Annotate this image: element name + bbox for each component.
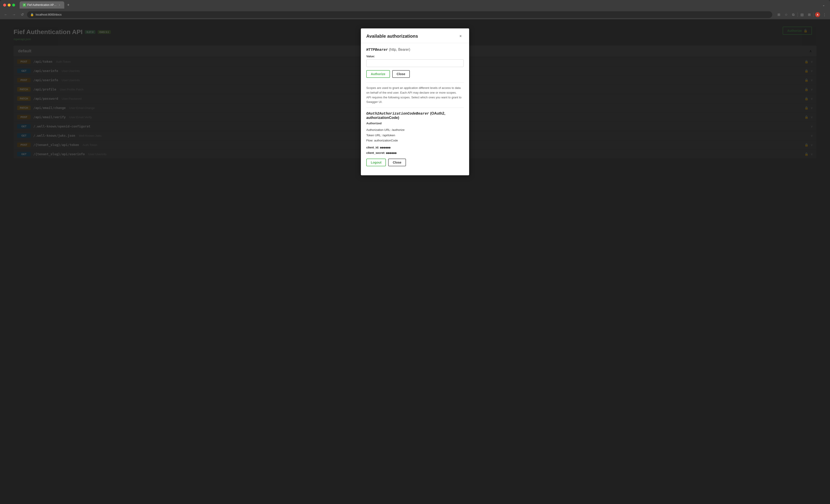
oauth2-section: OAuth2AuthorizationCodeBearer (OAuth2, a…	[366, 112, 464, 166]
modal-title: Available authorizations	[366, 34, 418, 39]
http-bearer-title: HTTPBearer (http, Bearer)	[366, 48, 464, 52]
maximize-window-button[interactable]	[12, 4, 15, 6]
flow-value: authorizationCode	[374, 139, 398, 142]
tab-bar: F Fief Authentication API - Swa × +	[20, 1, 818, 8]
tab-controls-right: ⌄	[821, 2, 827, 8]
oauth2-scheme-name: OAuth2AuthorizationCodeBearer	[366, 112, 429, 116]
address-url-text: localhost:8000/docs	[36, 13, 62, 16]
page-content: Fief Authentication API 0.27.0 OAS 3.1 /…	[0, 20, 830, 504]
auth-url-value: /authorize	[392, 128, 405, 131]
http-bearer-close-button[interactable]: Close	[392, 70, 410, 78]
address-lock-icon: 🔒	[30, 13, 34, 16]
tab-favicon-icon: F	[23, 3, 26, 6]
client-id-label: client_id:	[366, 146, 379, 149]
authorized-label: Authorized	[366, 122, 464, 125]
profile-avatar[interactable]: A	[815, 12, 820, 17]
reader-icon[interactable]: ⊞	[776, 12, 782, 18]
browser-titlebar: F Fief Authentication API - Swa × + ⌄	[0, 0, 830, 10]
flow-row: Flow: authorizationCode	[366, 138, 464, 143]
sidebar-icon[interactable]: ⊞	[806, 12, 812, 18]
scopes-info-line2: API requires the following scopes. Selec…	[366, 95, 464, 105]
client-secret-value: ●●●●●●	[386, 151, 396, 155]
browser-window: F Fief Authentication API - Swa × + ⌄ ← …	[0, 0, 830, 504]
http-bearer-scheme-type: (http, Bearer)	[389, 48, 410, 52]
address-bar[interactable]: 🔒 localhost:8000/docs	[27, 11, 772, 18]
client-secret-label: client_secret:	[366, 151, 385, 155]
http-bearer-authorize-button[interactable]: Authorize	[366, 70, 390, 78]
modal-overlay: Available authorizations × HTTPBearer (h…	[0, 20, 830, 504]
oauth-details: Authorization URL: /authorize Token URL:…	[366, 127, 464, 143]
http-bearer-scheme-name: HTTPBearer	[366, 48, 388, 52]
tab-close-button[interactable]: ×	[58, 3, 61, 6]
modal-header: Available authorizations ×	[361, 28, 469, 43]
flow-label: Flow:	[366, 139, 373, 142]
scopes-info-line1: Scopes are used to grant an application …	[366, 86, 464, 95]
address-bar-row: ← → ↺ 🔒 localhost:8000/docs ⊞ ☆ ⧉ ▤ ⊞ A …	[0, 10, 830, 20]
profile-initial: A	[817, 13, 819, 16]
value-field-label: Value:	[366, 55, 464, 58]
http-bearer-btn-row: Authorize Close	[366, 70, 464, 78]
client-id-value: ●●●●●●	[380, 146, 391, 149]
new-tab-button[interactable]: +	[65, 2, 71, 8]
client-secret-row: client_secret: ●●●●●●	[366, 150, 464, 155]
oauth2-logout-button[interactable]: Logout	[366, 159, 386, 166]
modal-close-button[interactable]: ×	[457, 33, 464, 39]
split-view-icon[interactable]: ▤	[799, 12, 805, 18]
collections-icon[interactable]: ⧉	[790, 12, 796, 18]
tab-title: Fief Authentication API - Swa	[27, 3, 57, 6]
menu-button[interactable]: ⋮	[822, 12, 827, 18]
back-button[interactable]: ←	[3, 11, 9, 18]
auth-url-row: Authorization URL: /authorize	[366, 127, 464, 132]
client-id-row: client_id: ●●●●●●	[366, 145, 464, 150]
refresh-button[interactable]: ↺	[19, 11, 25, 18]
oauth2-btn-row: Logout Close	[366, 159, 464, 166]
bearer-value-input[interactable]	[366, 59, 464, 67]
toolbar-right: ⊞ ☆ ⧉ ▤ ⊞ A ⋮	[776, 12, 827, 18]
auth-url-label: Authorization URL:	[366, 128, 391, 131]
active-tab[interactable]: F Fief Authentication API - Swa ×	[20, 1, 64, 8]
minimize-window-button[interactable]	[8, 4, 10, 6]
close-window-button[interactable]	[3, 4, 6, 6]
traffic-lights	[3, 4, 15, 6]
favorites-icon[interactable]: ☆	[783, 12, 789, 18]
token-url-label: Token URL:	[366, 133, 382, 137]
forward-button[interactable]: →	[11, 11, 17, 18]
oauth2-close-button[interactable]: Close	[388, 159, 406, 166]
available-authorizations-modal: Available authorizations × HTTPBearer (h…	[361, 28, 469, 175]
oauth2-title: OAuth2AuthorizationCodeBearer (OAuth2, a…	[366, 112, 464, 120]
scopes-info: Scopes are used to grant an application …	[366, 82, 464, 108]
token-url-row: Token URL: /api/token	[366, 133, 464, 138]
tabs-chevron-icon[interactable]: ⌄	[821, 2, 827, 8]
oauth-credentials: client_id: ●●●●●● client_secret: ●●●●●●	[366, 145, 464, 155]
http-bearer-section: HTTPBearer (http, Bearer) Value: Authori…	[366, 48, 464, 78]
toolbar-divider-2	[813, 12, 814, 17]
modal-body: HTTPBearer (http, Bearer) Value: Authori…	[361, 43, 469, 175]
token-url-value: /api/token	[383, 133, 395, 137]
